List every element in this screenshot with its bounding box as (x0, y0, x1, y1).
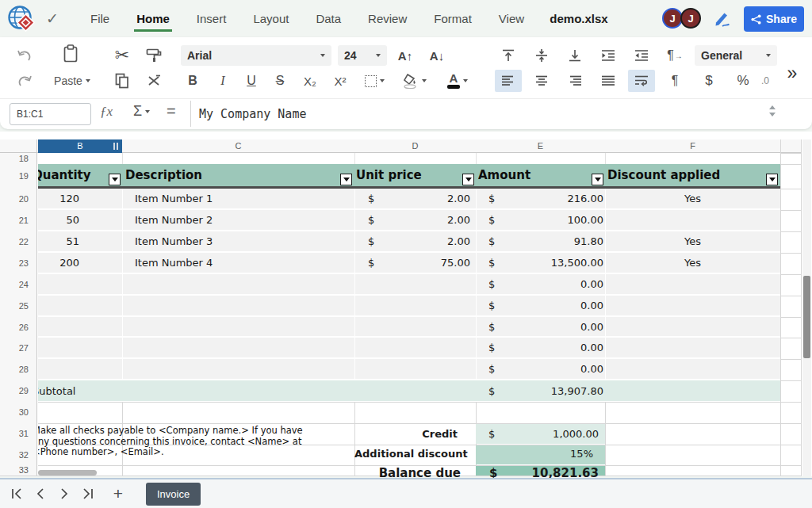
rotate-text-button[interactable]: ¶ (661, 70, 688, 92)
row-header-number[interactable]: 22 (0, 237, 29, 247)
cell-unit-price[interactable]: 2.00 (396, 193, 470, 207)
horizontal-scrollbar-thumb[interactable] (38, 470, 97, 476)
table-row-band[interactable] (38, 359, 780, 379)
table-row-band[interactable] (38, 274, 780, 294)
font-name-select[interactable]: Arial (181, 45, 331, 66)
cell-unit-price[interactable]: 2.00 (396, 235, 470, 250)
formula-bar-expand[interactable] (769, 105, 776, 116)
row-header-number[interactable]: 31 (0, 429, 29, 439)
share-button[interactable]: Share (744, 6, 804, 32)
decrease-font-button[interactable]: A↓ (423, 44, 450, 67)
cell-unit-currency[interactable]: $ (368, 235, 379, 250)
equals-icon[interactable]: = (167, 102, 176, 120)
formula-input[interactable] (190, 101, 766, 127)
font-size-select[interactable]: 24 (338, 45, 387, 66)
cell-unit-price[interactable]: 2.00 (396, 214, 470, 228)
cell-amount[interactable]: 0.00 (492, 342, 603, 356)
underline-button[interactable]: U (239, 70, 263, 92)
column-header-letter[interactable]: B (38, 141, 122, 151)
row-header-number[interactable]: 29 (0, 386, 29, 396)
row-header-number[interactable]: 24 (0, 280, 29, 290)
autofilter-button[interactable] (109, 174, 121, 185)
borders-button[interactable] (358, 70, 390, 92)
tab-insert[interactable]: Insert (183, 0, 240, 37)
bold-button[interactable]: B (181, 70, 205, 92)
align-top-button[interactable] (495, 44, 522, 67)
column-header-letter[interactable]: F (605, 141, 780, 151)
add-sheet-button[interactable]: + (106, 483, 130, 505)
subscript-button[interactable]: X₂ (297, 70, 324, 92)
prev-sheet-button[interactable] (29, 483, 52, 505)
copy-style-button[interactable] (141, 44, 167, 67)
select-all-corner[interactable] (0, 139, 36, 153)
cell-quantity[interactable]: 50 (38, 214, 79, 228)
cell-discount[interactable]: Yes (605, 193, 780, 207)
redo-button[interactable] (13, 70, 36, 92)
cell-amount[interactable]: 216.00 (492, 193, 603, 207)
row-header-number[interactable]: 25 (0, 301, 29, 311)
tab-file[interactable]: File (77, 0, 123, 37)
row-header-number[interactable]: 18 (0, 154, 29, 164)
tab-layout[interactable]: Layout (239, 0, 302, 37)
cell-name-box[interactable] (10, 103, 91, 125)
cell-unit-price[interactable]: 75.00 (396, 257, 470, 271)
cell-amount[interactable]: 0.00 (492, 300, 603, 314)
column-header-letter[interactable]: D (354, 141, 476, 151)
undo-button[interactable] (13, 44, 36, 67)
cell-amount[interactable]: 100.00 (492, 214, 603, 228)
saved-check-icon[interactable]: ✓ (46, 10, 59, 28)
tab-review[interactable]: Review (354, 0, 420, 37)
next-sheet-button[interactable] (52, 483, 76, 505)
tab-format[interactable]: Format (420, 0, 485, 37)
autofilter-button[interactable] (462, 174, 474, 185)
cell-amount[interactable]: 0.00 (492, 363, 603, 377)
copy-button[interactable] (109, 70, 135, 92)
strikeout-button[interactable]: S (268, 70, 292, 92)
row-header-number[interactable]: 32 (0, 450, 29, 460)
sheet-tab-invoice[interactable]: Invoice (146, 483, 201, 506)
fill-color-button[interactable] (398, 70, 431, 92)
cell-description[interactable]: Item Number 3 (135, 235, 349, 250)
align-center-button[interactable] (528, 70, 555, 92)
row-header-number[interactable]: 20 (0, 194, 29, 204)
edit-mode-pencil-icon[interactable] (712, 10, 731, 29)
row-header-number[interactable]: 33 (0, 465, 29, 476)
row-header-number[interactable]: 26 (0, 323, 29, 333)
first-sheet-button[interactable] (5, 483, 29, 505)
align-middle-button[interactable] (528, 44, 555, 67)
cell-description[interactable]: Item Number 4 (135, 257, 349, 271)
table-row-band[interactable] (38, 338, 780, 357)
cell-amount[interactable]: 0.00 (492, 321, 603, 335)
paste-button[interactable]: Paste (46, 70, 98, 92)
autosum-button[interactable]: Σ (133, 103, 150, 120)
table-row-band[interactable] (38, 296, 780, 315)
cell-amount[interactable]: 0.00 (492, 278, 603, 292)
cell-description[interactable]: Item Number 2 (135, 214, 349, 228)
autofilter-button[interactable] (340, 174, 352, 185)
autofilter-button[interactable] (766, 174, 778, 185)
tab-home[interactable]: Home (123, 0, 183, 37)
cell-amount[interactable]: 91.80 (492, 235, 603, 250)
decrease-indent-button[interactable] (628, 44, 655, 67)
column-header-letter[interactable]: E (476, 141, 605, 151)
table-row-band[interactable] (38, 317, 780, 336)
cell-description[interactable]: Item Number 1 (135, 193, 349, 207)
align-left-button[interactable] (495, 70, 522, 92)
row-header-number[interactable]: 23 (0, 258, 29, 269)
cut-button[interactable]: ✂ (109, 44, 135, 67)
row-header-number[interactable]: 27 (0, 343, 29, 353)
vertical-scrollbar-thumb[interactable] (803, 276, 810, 358)
more-toolbar-button[interactable]: » (779, 57, 806, 89)
cell-unit-currency[interactable]: $ (368, 193, 379, 207)
accounting-format-button[interactable]: $ (696, 70, 722, 92)
cell-quantity[interactable]: 120 (38, 193, 79, 207)
row-header-number[interactable]: 30 (0, 407, 29, 418)
row-header-number[interactable]: 21 (0, 216, 29, 226)
tab-data[interactable]: Data (302, 0, 354, 37)
paste-icon[interactable] (57, 43, 84, 65)
cell-unit-currency[interactable]: $ (368, 214, 379, 228)
cell-unit-currency[interactable]: $ (368, 257, 379, 271)
cell-quantity[interactable]: 200 (38, 257, 79, 271)
insert-function-icon[interactable]: ƒx (100, 104, 113, 120)
cell-discount[interactable]: Yes (605, 257, 780, 271)
